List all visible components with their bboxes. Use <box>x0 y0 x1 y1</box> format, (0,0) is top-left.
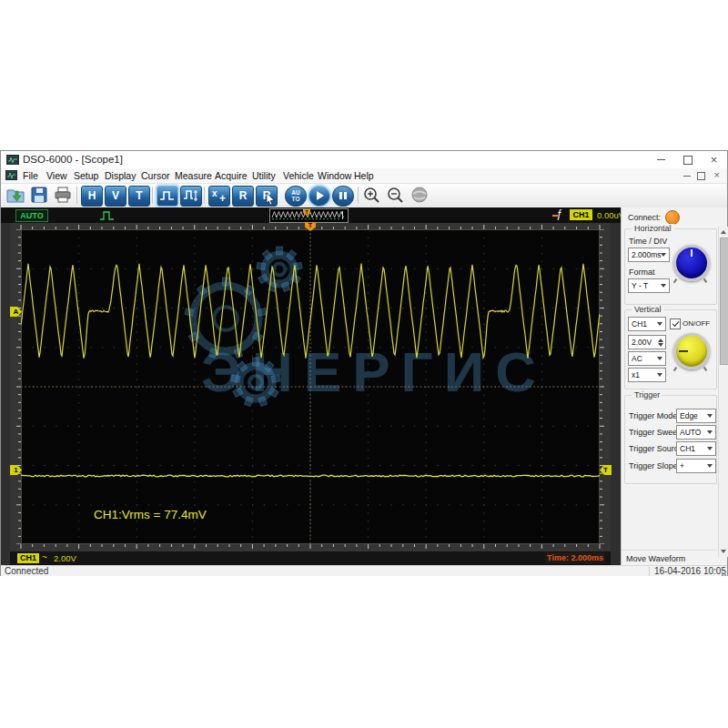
trigger-mode-label: Trigger Mode <box>629 411 677 420</box>
acquisition-mode-badge: AUTO <box>15 209 48 222</box>
resize-grip[interactable] <box>719 569 726 576</box>
mdi-restore-button[interactable] <box>697 172 705 180</box>
menu-item-utility[interactable]: Utility <box>248 169 279 182</box>
auto-setup-button[interactable]: AU TO <box>285 186 307 207</box>
time-per-div-readout: Time: 2.000ms <box>545 552 605 563</box>
scale-value: 2.00V <box>632 338 652 347</box>
zoom-out-icon <box>386 186 406 205</box>
connect-led <box>665 210 680 225</box>
auto-label-top: AU <box>286 189 306 196</box>
channel-onoff-checkbox[interactable] <box>670 318 681 329</box>
trigger-slope-mark <box>552 215 558 217</box>
acquisition-strip: AUTO T ƒ CH1 0.00uV <box>1 207 621 223</box>
zoom-out-button[interactable] <box>386 186 406 205</box>
status-bar: Connected 16-04-2016 10:05 <box>1 565 727 576</box>
print-icon <box>53 186 73 205</box>
mdi-close-button[interactable]: × <box>714 169 720 180</box>
math-x-label: x <box>212 189 217 198</box>
math-button[interactable]: x + <box>208 186 230 207</box>
print-button[interactable] <box>53 186 73 205</box>
watermark-text: ЭНЕРГИС <box>201 340 547 403</box>
document-icon <box>5 170 17 180</box>
vertical-knob[interactable] <box>673 333 710 369</box>
trigger-menu-button[interactable]: T <box>128 186 150 207</box>
trigger-group-title: Trigger <box>632 390 662 399</box>
coupling-value: AC <box>632 354 642 363</box>
scrollbar-thumb[interactable] <box>720 238 728 365</box>
menu-item-view[interactable]: View <box>43 169 71 182</box>
ruler-left <box>10 229 21 544</box>
vertical-menu-button[interactable]: V <box>105 186 126 207</box>
zoom-in-button[interactable] <box>362 186 382 205</box>
window-title: DSO-6000 - [Scope1] <box>23 154 123 165</box>
scope-area: AUTO T ƒ CH1 0.00uV <box>1 207 621 565</box>
scroll-down-icon[interactable] <box>721 550 726 553</box>
trigger-sweep-select[interactable]: AUTO <box>676 425 716 440</box>
move-waveform-label: Move Waveform <box>626 554 685 563</box>
record-playback-button[interactable]: R <box>256 186 278 207</box>
trigger-sweep-label: Trigger Sweep <box>629 428 682 437</box>
scale-spinner[interactable]: 2.00V <box>628 335 666 349</box>
menu-item-measure[interactable]: Measure <box>171 169 216 182</box>
minimize-button[interactable] <box>648 151 674 168</box>
app-window: DSO-6000 - [Scope1] × File View Setup Di… <box>0 150 728 576</box>
chevron-down-icon <box>707 430 713 434</box>
menu-item-acquire[interactable]: Acquire <box>211 169 251 182</box>
probe-select[interactable]: x1 <box>628 368 666 382</box>
vehicle-icon <box>410 186 430 205</box>
spinner-up-icon[interactable] <box>658 339 663 342</box>
trigger-mode-select[interactable]: Edge <box>676 409 716 423</box>
run-button[interactable] <box>308 186 330 207</box>
channel-info-bar: CH1 ~ 2.00V Time: 2.000ms <box>10 551 611 565</box>
menu-item-cursor[interactable]: Cursor <box>137 169 174 182</box>
menu-item-display[interactable]: Display <box>101 169 139 182</box>
time-div-value: 2.000ms <box>632 250 662 259</box>
time-div-label: Time / DIV <box>629 237 667 246</box>
panel-scrollbar[interactable] <box>718 227 728 557</box>
display-frame: ЭНЕРГИС CH1:Vrms = 77.4mV A 1 T T <box>1 223 621 565</box>
coupling-select[interactable]: AC <box>628 351 666 366</box>
close-button[interactable]: × <box>701 151 727 168</box>
pulse-measure-button[interactable] <box>180 186 202 207</box>
vehicle-button[interactable] <box>410 186 430 205</box>
trigger-pulse-icon <box>99 209 116 221</box>
time-div-select[interactable]: 2.000ms <box>628 248 670 262</box>
menu-item-help[interactable]: Help <box>350 169 378 182</box>
save-icon <box>29 186 49 205</box>
statusbar-separator <box>649 567 650 576</box>
channel-select[interactable]: CH1 <box>628 317 666 331</box>
measurement-readout: CH1:Vrms = 77.4mV <box>94 508 207 521</box>
chevron-down-icon <box>707 414 713 418</box>
chevron-down-icon <box>661 253 666 257</box>
menu-item-setup[interactable]: Setup <box>70 169 102 182</box>
pulse-icon <box>157 187 177 206</box>
spinner-down-icon[interactable] <box>658 343 663 347</box>
scroll-up-icon[interactable] <box>721 230 726 234</box>
format-value: Y - T <box>632 281 648 290</box>
menu-item-vehicle[interactable]: Vehicle <box>279 169 318 182</box>
play-icon <box>317 191 324 200</box>
format-select[interactable]: Y - T <box>628 278 670 293</box>
app-icon <box>6 155 19 165</box>
horizontal-knob[interactable] <box>673 245 710 281</box>
title-bar: DSO-6000 - [Scope1] × <box>1 151 727 168</box>
toolbar-separator <box>76 187 77 204</box>
open-button[interactable] <box>5 186 25 205</box>
toolbar: H V T x + R <box>1 184 727 208</box>
horizontal-group-title: Horizontal <box>632 224 674 233</box>
vertical-group-title: Vertical <box>632 305 664 314</box>
trigger-source-select[interactable]: CH1 <box>676 441 716 456</box>
trigger-source-value: CH1 <box>680 444 695 453</box>
mdi-minimize-button[interactable] <box>683 176 691 177</box>
pulse-width-button[interactable] <box>157 186 178 207</box>
pause-button[interactable] <box>332 186 354 207</box>
record-button[interactable]: R <box>232 186 254 207</box>
channel-badge: CH1 <box>17 553 39 563</box>
save-button[interactable] <box>29 186 49 205</box>
menu-item-file[interactable]: File <box>19 169 42 182</box>
horizontal-menu-button[interactable]: H <box>81 186 103 207</box>
maximize-button[interactable] <box>674 151 701 168</box>
trigger-slope-select[interactable]: + <box>676 459 716 473</box>
connection-status: Connected <box>5 566 48 576</box>
menu-item-window[interactable]: Window <box>314 169 355 182</box>
